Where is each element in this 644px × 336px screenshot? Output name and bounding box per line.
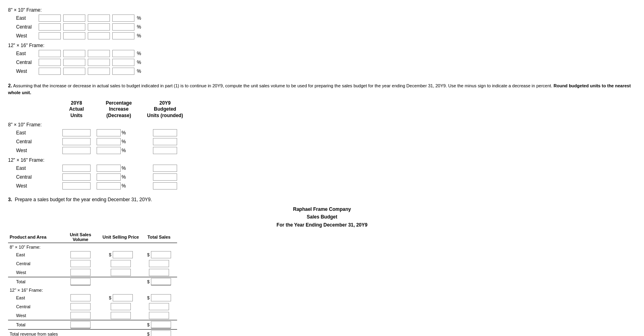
part1-frame2-central-label: Central [8,60,36,65]
f1-west-usv-input[interactable] [70,269,91,276]
p2-f1-central-pct[interactable] [97,138,121,145]
f1-west-usp-input[interactable] [111,269,131,276]
p2-f2-west-pct[interactable] [97,182,121,190]
p1-f1-east-col3[interactable] [88,14,110,22]
part1-frame1-west-row: West % [8,32,636,39]
p2-f2-west-units[interactable] [62,182,91,190]
p2-f1-east-units[interactable] [62,129,91,136]
f2-central-usp-input[interactable] [111,303,131,310]
p1-f1-east-col4[interactable] [112,14,134,22]
p1-f2-west-col2[interactable] [63,68,85,75]
p2-f2-east-budgeted[interactable] [153,165,177,172]
p1-f2-central-pct: % [137,60,141,65]
p1-f2-east-col3[interactable] [88,50,110,57]
p1-f1-central-col2[interactable] [63,23,85,31]
part3-section: 3. Prepare a sales budget for the year e… [8,197,636,336]
f2-central-usv-input[interactable] [70,303,91,310]
p1-f1-central-col1[interactable] [39,23,61,31]
p1-f1-east-col1[interactable] [39,14,61,22]
p1-f1-central-pct: % [137,24,141,30]
f1-central-usp-input[interactable] [111,260,131,267]
col-product-header: Product and Area [8,231,60,243]
p2-f1-central-pct-sign: % [122,139,126,144]
p1-f2-central-col1[interactable] [39,59,61,66]
table-frame1-label: 8" × 10" Frame: [8,243,177,250]
company-name: Raphael Frame Company [8,206,636,213]
f2-east-usp-input[interactable] [113,294,133,301]
report-title: Sales Budget [8,213,636,221]
p1-f2-east-pct: % [137,51,141,56]
p1-f2-west-col4[interactable] [112,68,134,75]
p2-f1-west-units[interactable] [62,147,91,154]
p1-f2-central-col2[interactable] [63,59,85,66]
f1-west-label: West [8,268,60,277]
part1-frame1-east-row: East % [8,14,636,22]
f1-total-ts-cell: $ [141,277,177,286]
f1-east-usp-cell: $ [101,250,141,259]
f2-east-usv-input[interactable] [70,294,91,301]
f2-central-ts-input[interactable] [149,303,169,310]
part3-instruction: 3. Prepare a sales budget for the year e… [8,197,636,202]
part2-f2-central-label: Central [8,174,56,180]
f2-west-usp-input[interactable] [111,312,131,319]
f2-west-usv-input[interactable] [70,312,91,319]
p1-f2-east-col1[interactable] [39,50,61,57]
p1-f2-west-col1[interactable] [39,68,61,75]
p2-f2-west-budgeted[interactable] [153,182,177,190]
f1-east-ts-input[interactable] [151,251,171,258]
p2-f2-west-pct-sign: % [122,183,126,189]
f2-total-ts-input[interactable] [151,321,171,328]
p1-f1-central-col3[interactable] [88,23,110,31]
f1-central-label: Central [8,259,60,268]
p2-f2-central-pct[interactable] [97,173,121,181]
p1-f1-west-col2[interactable] [63,32,85,39]
table-row: East $ $ [8,250,177,259]
p2-f2-central-budgeted[interactable] [153,173,177,181]
p1-f2-west-col3[interactable] [88,68,110,75]
p1-f1-west-pct: % [137,33,141,39]
p1-f2-east-col2[interactable] [63,50,85,57]
f1-central-ts-cell [141,259,177,268]
p2-f1-east-budgeted[interactable] [153,129,177,136]
table-revenue-row: Total revenue from sales $ [8,329,177,336]
p1-f1-east-col2[interactable] [63,14,85,22]
f1-total-usv-input[interactable] [70,278,91,285]
p1-f2-central-col3[interactable] [88,59,110,66]
f1-central-usv-input[interactable] [70,260,91,267]
part2-frame2-label: 12" × 16" Frame: [8,157,636,163]
p2-f1-central-budgeted[interactable] [153,138,177,145]
col-ts-header: Total Sales [141,231,177,243]
p1-f1-west-col4[interactable] [112,32,134,39]
part1-frame1-central-row: Central % [8,23,636,31]
f1-total-ts-input[interactable] [151,278,171,285]
f2-central-usv-cell [60,302,101,311]
p2-f1-west-budgeted[interactable] [153,147,177,154]
f1-east-usp-input[interactable] [113,251,133,258]
p2-f2-east-pct[interactable] [97,165,121,172]
part2-f1-west-label: West [8,148,56,153]
p2-f1-west-pct[interactable] [97,147,121,154]
part1-frame1-label: 8" × 10" Frame: [8,7,636,13]
f1-west-ts-cell [141,268,177,277]
p2-f2-east-units[interactable] [62,165,91,172]
f2-west-ts-input[interactable] [149,312,169,319]
p1-f2-east-col4[interactable] [112,50,134,57]
f1-central-ts-input[interactable] [149,260,169,267]
part1-frame2-label: 12" × 16" Frame: [8,43,636,48]
p2-f1-east-pct[interactable] [97,129,121,136]
f2-total-usv-input[interactable] [70,321,91,328]
revenue-ts-input[interactable] [151,330,171,336]
part2-f1-central-label: Central [8,139,56,144]
p1-f1-west-col3[interactable] [88,32,110,39]
f1-east-ts-cell: $ [141,250,177,259]
f1-west-ts-input[interactable] [149,269,169,276]
col-usp-header: Unit Selling Price [101,231,141,243]
f2-east-ts-input[interactable] [151,294,171,301]
p1-f1-central-col4[interactable] [112,23,134,31]
f1-east-label: East [8,250,60,259]
f1-east-usv-input[interactable] [70,251,91,258]
p2-f2-central-units[interactable] [62,173,91,181]
p1-f1-west-col1[interactable] [39,32,61,39]
p2-f1-central-units[interactable] [62,138,91,145]
p1-f2-central-col4[interactable] [112,59,134,66]
